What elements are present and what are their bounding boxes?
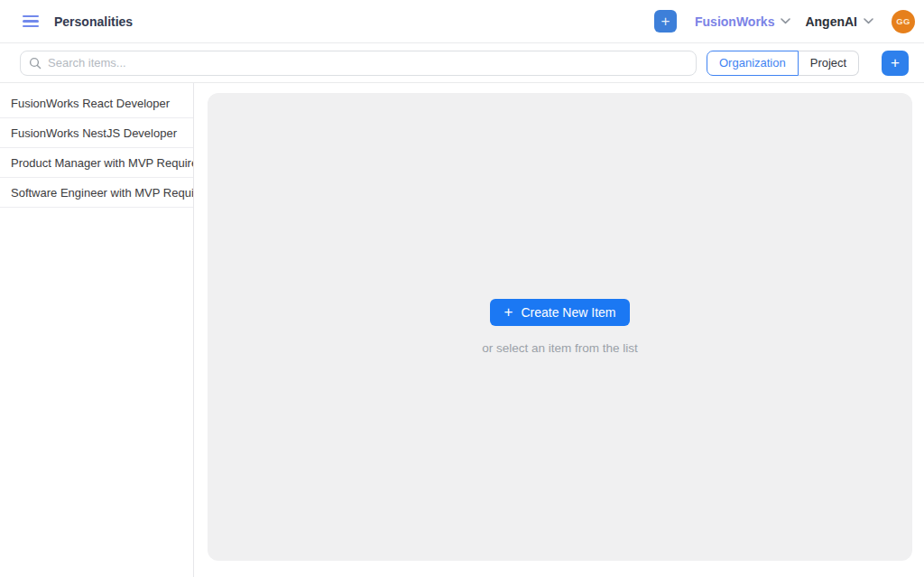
create-new-item-button[interactable]: + Create New Item bbox=[490, 299, 631, 326]
create-new-item-label: Create New Item bbox=[521, 305, 615, 320]
account-dropdown[interactable]: AngenAI bbox=[805, 14, 873, 29]
workspace-dropdown-label: FusionWorks bbox=[695, 14, 774, 29]
list-item[interactable]: FusionWorks React Developer bbox=[0, 88, 193, 118]
plus-icon: + bbox=[504, 304, 513, 320]
main-area: + Create New Item or select an item from… bbox=[194, 83, 924, 577]
search-icon bbox=[29, 57, 42, 70]
toolbar-add-button[interactable]: + bbox=[882, 51, 909, 76]
list-item[interactable]: Software Engineer with MVP Require... bbox=[0, 178, 193, 208]
chevron-down-icon bbox=[864, 18, 873, 24]
list-item[interactable]: FusionWorks NestJS Developer bbox=[0, 118, 193, 148]
scope-option-organization[interactable]: Organization bbox=[707, 51, 799, 76]
page-title: Personalities bbox=[54, 14, 133, 29]
chevron-down-icon bbox=[781, 18, 790, 24]
workspace-dropdown[interactable]: FusionWorks bbox=[695, 14, 790, 29]
search-field-wrapper bbox=[20, 51, 697, 76]
items-list-sidebar: FusionWorks React Developer FusionWorks … bbox=[0, 83, 194, 577]
header-actions: + FusionWorks AngenAI GG bbox=[654, 10, 924, 33]
avatar[interactable]: GG bbox=[892, 10, 915, 33]
scope-toggle: Organization Project bbox=[707, 51, 859, 76]
account-dropdown-label: AngenAI bbox=[805, 14, 857, 29]
empty-state-hint: or select an item from the list bbox=[482, 341, 638, 355]
search-input[interactable] bbox=[20, 51, 697, 76]
hamburger-menu-icon[interactable] bbox=[23, 15, 41, 28]
app-window: Personalities + FusionWorks AngenAI GG O… bbox=[0, 0, 924, 577]
header-add-button[interactable]: + bbox=[654, 10, 677, 33]
header-bar: Personalities + FusionWorks AngenAI GG bbox=[0, 0, 924, 43]
content-area: FusionWorks React Developer FusionWorks … bbox=[0, 83, 924, 577]
toolbar: Organization Project + bbox=[0, 43, 924, 83]
scope-option-project[interactable]: Project bbox=[799, 51, 859, 76]
empty-state-panel: + Create New Item or select an item from… bbox=[208, 93, 912, 561]
list-item[interactable]: Product Manager with MVP Require... bbox=[0, 148, 193, 178]
